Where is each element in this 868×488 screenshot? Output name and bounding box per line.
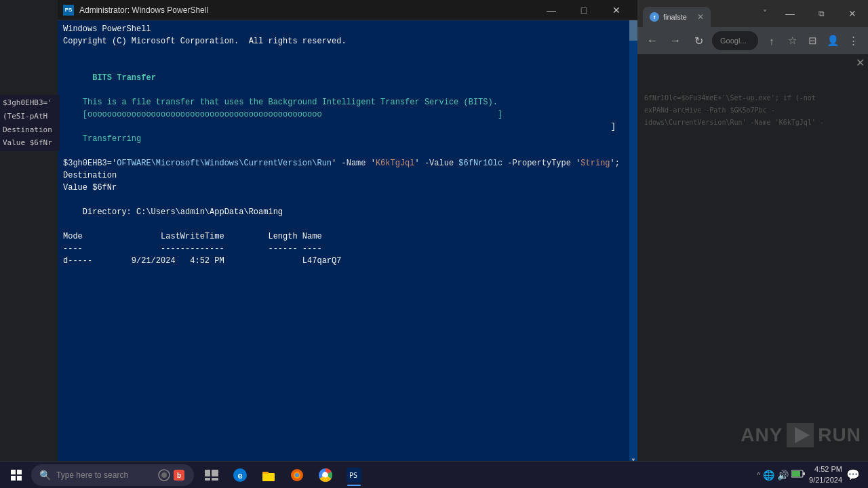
ps-directory: Directory: C:\Users\admin\AppData\Roamin… — [63, 206, 632, 218]
ps-transferring: Transferring — [63, 133, 632, 145]
ps-line-3 — [63, 47, 632, 60]
windows-logo-icon — [11, 470, 22, 481]
ps-bits-desc: This is a file transfer that uses the Ba… — [63, 96, 632, 108]
svg-rect-8 — [205, 478, 210, 481]
svg-rect-9 — [212, 478, 218, 481]
search-placeholder-text: Type here to search — [56, 470, 128, 480]
ps-blank-1 — [63, 145, 632, 157]
browser-chevron-button[interactable]: ˅ — [755, 4, 774, 23]
svg-rect-6 — [205, 470, 210, 476]
notification-button[interactable]: 💬 — [846, 468, 860, 481]
clock-date: 9/21/2024 — [809, 475, 842, 485]
tray-network-icon[interactable]: 🌐 — [763, 470, 774, 481]
browser-favorites-button[interactable]: ☆ — [783, 31, 802, 50]
ps-blank-2 — [63, 194, 632, 206]
start-button[interactable] — [3, 463, 30, 487]
ps-icon: PS — [63, 5, 74, 16]
taskbar-search[interactable]: 🔍 Type here to search b — [31, 464, 194, 486]
powershell-window: PS Administrator: Windows PowerShell — □… — [58, 0, 637, 464]
ps-line-1: Windows PowerShell — [63, 23, 632, 35]
ps-window-controls: — □ ✕ — [536, 1, 632, 20]
ps-close-button[interactable]: ✕ — [601, 1, 632, 20]
svg-point-16 — [295, 473, 299, 477]
chrome-taskbar-app[interactable] — [312, 463, 339, 487]
anyrun-text-any: ANY — [741, 424, 783, 446]
taskbar-apps: e — [198, 463, 368, 487]
browser-back-button[interactable]: ← — [643, 31, 662, 50]
anyrun-text-run: RUN — [818, 424, 861, 446]
ps-content-area: Windows PowerShell Copyright (C) Microso… — [58, 20, 637, 464]
svg-rect-24 — [792, 471, 800, 476]
browser-share-button[interactable]: ↑ — [762, 31, 781, 50]
ps-table-header: Mode LastWriteTime Length Name — [63, 230, 632, 243]
ps-value: Value $6fNr — [63, 182, 632, 194]
browser-window-controls: ˅ — ⧉ ✕ — [637, 0, 868, 27]
right-line-2: exPANd-arcHive -Path $GK5o7Pbc - — [644, 104, 861, 117]
tray-chevron[interactable]: ^ — [757, 471, 760, 479]
system-tray: ^ 🌐 🔊 4:52 PM 9/21/2024 💬 — [757, 464, 865, 485]
task-view-button[interactable] — [198, 463, 225, 487]
left-line-4: Value $6fNr — [3, 136, 57, 150]
ps-line-2: Copyright (C) Microsoft Corporation. All… — [63, 35, 632, 47]
browser-account-button[interactable]: 👤 — [823, 31, 842, 50]
browser-forward-button[interactable]: → — [666, 31, 685, 50]
tray-volume-icon[interactable]: 🔊 — [777, 470, 789, 481]
browser-restore-button[interactable]: ⧉ — [806, 4, 837, 23]
svg-rect-7 — [212, 470, 218, 476]
right-line-3: idows\CurrentVersion\Run' -Name 'K6kTgJq… — [644, 117, 861, 129]
browser-address-bar[interactable]: Googl... — [712, 31, 758, 50]
anyrun-logo-arrow — [787, 423, 814, 447]
browser-refresh-button[interactable]: ↻ — [689, 31, 708, 50]
ps-restore-button[interactable]: □ — [568, 1, 599, 20]
svg-rect-23 — [803, 472, 805, 475]
file-explorer-taskbar-app[interactable] — [255, 463, 282, 487]
browser-navbar: ← → ↻ Googl... ↑ ☆ ⊟ 👤 ⋮ — [637, 27, 868, 54]
search-icon: 🔍 — [39, 470, 51, 481]
left-line-3: Destination — [3, 123, 57, 137]
ps-blank-3 — [63, 218, 632, 230]
svg-rect-13 — [262, 472, 269, 474]
ps-title: Administrator: Windows PowerShell — [79, 5, 530, 15]
ps-table-row-1: d----- 9/21/2024 4:52 PM L47qarQ7 — [63, 255, 632, 267]
browser-collections-button[interactable]: ⊟ — [803, 31, 822, 50]
ps-destination: Destination — [63, 169, 632, 182]
bing-icon: b — [172, 468, 186, 482]
browser-close-button[interactable]: ✕ — [837, 4, 868, 23]
ps-scrollbar-thumb[interactable] — [629, 20, 637, 41]
browser-toolbar: ↑ ☆ ⊟ 👤 ⋮ — [762, 31, 863, 50]
tray-battery-icon — [791, 469, 805, 481]
system-clock[interactable]: 4:52 PM 9/21/2024 — [809, 464, 842, 485]
ps-minimize-button[interactable]: — — [536, 1, 567, 20]
anyrun-watermark: ANY RUN — [741, 423, 861, 447]
svg-text:PS: PS — [349, 472, 357, 479]
right-line-1: 6fNr1Olc=$bFu34meE+'\Set-up.exe'; if (-n… — [644, 92, 861, 104]
ps-bracket: ] — [63, 121, 632, 133]
powershell-taskbar-app[interactable]: PS — [340, 463, 368, 487]
ps-script-line: $3gh0EHB3='OFTWARE\Microsoft\Windows\Cur… — [63, 157, 632, 169]
ps-titlebar: PS Administrator: Windows PowerShell — □… — [58, 0, 637, 20]
ps-bits-heading: BITS Transfer — [63, 60, 632, 96]
browser-minimize-button[interactable]: — — [774, 4, 806, 23]
ps-progress: [ooooooooooooooooooooooooooooooooooooooo… — [63, 108, 632, 121]
left-line-2: (TeSI-pAtH — [3, 110, 57, 123]
clock-time: 4:52 PM — [809, 464, 842, 474]
svg-rect-12 — [262, 473, 275, 481]
edge-taskbar-app[interactable]: e — [226, 463, 254, 487]
taskbar: 🔍 Type here to search b — [0, 461, 868, 488]
svg-text:b: b — [177, 472, 181, 479]
ps-scrollbar[interactable]: ▲ ▼ — [629, 20, 637, 464]
left-line-1: $3gh0EHB3=' — [3, 96, 57, 110]
browser-right-text: 6fNr1Olc=$bFu34meE+'\Set-up.exe'; if (-n… — [637, 88, 868, 133]
left-side-truncated: $3gh0EHB3=' (TeSI-pAtH Destination Value… — [0, 95, 60, 151]
ps-table-divider: ---- ------------- ------ ---- — [63, 243, 632, 255]
svg-point-3 — [161, 472, 167, 478]
tray-icons: ^ 🌐 🔊 — [757, 469, 805, 481]
browser-menu-button[interactable]: ⋮ — [844, 31, 863, 50]
svg-point-19 — [323, 472, 328, 477]
cortana-icon — [157, 468, 171, 482]
firefox-taskbar-app[interactable] — [283, 463, 311, 487]
svg-text:e: e — [237, 470, 242, 481]
close-panel-button[interactable]: ✕ — [852, 54, 868, 70]
